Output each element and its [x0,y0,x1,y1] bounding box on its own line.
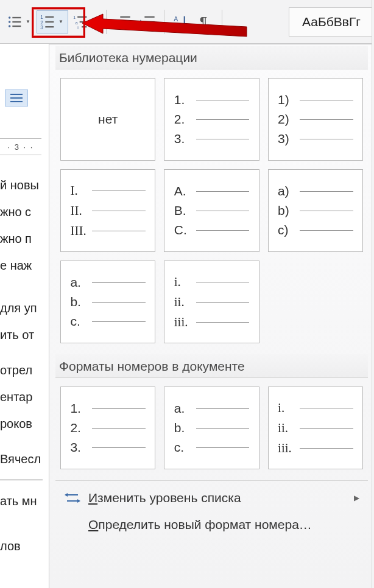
svg-rect-33 [10,97,23,99]
svg-text:i: i [77,25,79,29]
svg-marker-25 [140,19,143,24]
chevron-down-icon: ▼ [90,19,98,24]
svg-rect-5 [12,25,21,26]
library-header: Библиотека нумерации [55,46,368,69]
numbering-dropdown-panel: Библиотека нумерации нет 1. 2. 3. 1) 2) … [49,44,374,588]
separator [106,10,107,34]
svg-rect-17 [82,26,86,27]
svg-rect-23 [144,21,154,22]
document-left-edge: · 3 · · й новы жно с жно п е наж для уп … [0,44,49,588]
sort-group: А Я ¶ [169,10,217,33]
tile-none-label: нет [98,112,118,127]
svg-rect-20 [120,26,130,27]
svg-text:3: 3 [40,24,43,30]
numbered-list-icon: 1 2 3 [40,13,57,30]
svg-marker-29 [182,24,187,29]
right-edge [372,0,374,588]
submenu-arrow-icon: ▶ [354,494,359,502]
svg-point-0 [9,16,10,19]
svg-rect-24 [144,26,154,27]
separator [164,10,164,34]
svg-marker-38 [77,499,80,503]
menu-change-level-label: Изменить уровень списка [88,491,241,505]
svg-rect-15 [80,21,87,22]
chevron-down-icon: ▼ [24,19,32,24]
bottom-menu: Изменить уровень списка ▶ Определить нов… [55,480,368,538]
svg-marker-21 [116,19,119,24]
tile-letters-upper[interactable]: A. B. C. [164,169,259,252]
tile-format-numbers[interactable]: 1. 2. 3. [60,387,155,469]
bullet-list-button[interactable]: ▼ [4,10,35,33]
svg-point-4 [9,25,10,27]
menu-define-new-label: Определить новый формат номера… [88,517,312,532]
document-text-snippet: й новы жно с жно п е наж для уп ить от о… [0,172,49,559]
svg-text:¶: ¶ [200,15,208,30]
ruler-segment: · 3 · · [0,138,41,155]
menu-change-level[interactable]: Изменить уровень списка ▶ [55,485,368,511]
indent-group [111,10,159,33]
tile-letters-lower-paren[interactable]: a) b) c) [268,169,363,252]
multilevel-list-icon: 1 a i [72,13,90,30]
tile-letters-lower-dot[interactable]: a. b. c. [60,261,155,343]
formats-header: Форматы номеров в документе [55,354,368,378]
svg-marker-37 [65,493,68,497]
blank-icon [64,518,81,531]
svg-text:1: 1 [73,15,76,19]
pilcrow-icon: ¶ [197,13,214,30]
multilevel-list-button[interactable]: 1 a i ▼ [69,10,101,33]
svg-text:Я: Я [174,23,178,30]
tile-numbers-dot[interactable]: 1. 2. 3. [164,78,259,161]
svg-rect-13 [77,16,86,17]
tile-format-roman[interactable]: i. ii. iii. [268,387,363,469]
library-grid: нет 1. 2. 3. 1) 2) 3) I. II. III. A. B. … [55,69,368,354]
svg-rect-19 [120,21,130,22]
tile-numbers-paren[interactable]: 1) 2) 3) [268,78,363,161]
increase-indent-icon [139,13,156,30]
separator [222,10,222,34]
style-preview[interactable]: АаБбВвГг [289,7,374,37]
decrease-indent-icon [115,13,132,30]
svg-rect-22 [144,16,154,17]
formats-grid: 1. 2. 3. a. b. c. i. ii. iii. [55,378,368,480]
svg-point-2 [9,21,10,23]
change-level-icon [64,491,81,505]
increase-indent-button[interactable] [136,10,159,33]
show-marks-button[interactable]: ¶ [194,10,217,33]
svg-rect-9 [45,21,54,22]
sort-icon: А Я [172,13,189,30]
svg-rect-32 [10,94,23,95]
tile-format-letters[interactable]: a. b. c. [164,387,259,469]
decrease-indent-button[interactable] [111,10,135,33]
svg-rect-7 [45,16,54,17]
tile-roman-upper[interactable]: I. II. III. [60,169,155,252]
align-justify-icon [9,93,24,103]
numbered-list-button[interactable]: 1 2 3 ▼ [37,10,68,33]
tile-none[interactable]: нет [60,78,155,161]
chevron-down-icon: ▼ [57,19,65,24]
svg-rect-1 [12,16,21,18]
bullet-list-icon [7,13,24,30]
align-justify-selected[interactable] [5,89,28,107]
svg-rect-34 [10,101,23,102]
list-group: ▼ 1 2 3 ▼ 1 a i ▼ [4,10,101,33]
ribbon: ▼ 1 2 3 ▼ 1 a i ▼ [0,0,374,44]
svg-text:a: a [76,20,78,24]
sort-button[interactable]: А Я [169,10,192,33]
menu-define-new-format[interactable]: Определить новый формат номера… [55,511,368,538]
style-preview-text: АаБбВвГг [302,15,361,29]
svg-rect-11 [45,26,54,27]
svg-rect-3 [12,21,21,22]
tile-roman-lower[interactable]: i. ii. iii. [164,261,259,343]
svg-rect-18 [120,16,130,17]
svg-text:А: А [174,15,178,22]
